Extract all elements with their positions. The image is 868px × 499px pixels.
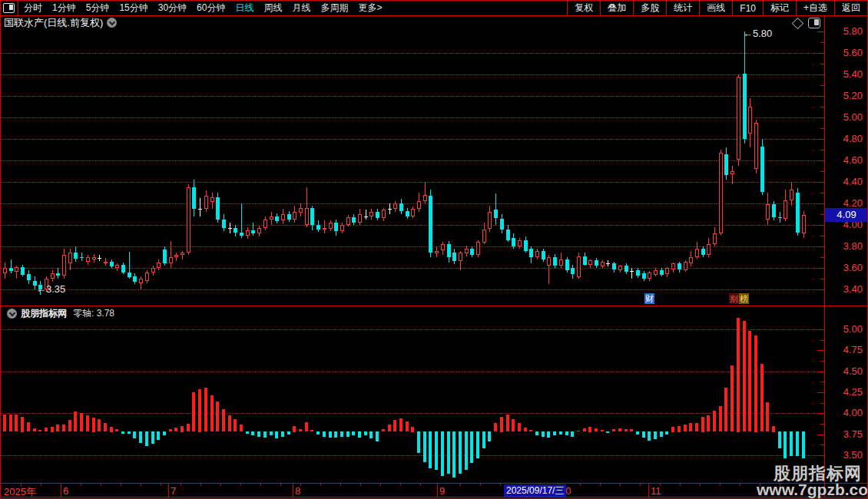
candle-wick xyxy=(94,254,94,263)
candle-wick xyxy=(141,276,141,289)
candle-body-up xyxy=(577,256,581,277)
candle-body-up xyxy=(169,257,173,263)
candle-wick xyxy=(46,276,47,292)
candle-wick xyxy=(631,268,632,279)
candle-wick xyxy=(336,220,336,236)
candle-body-up xyxy=(766,204,770,220)
chevron-down-icon[interactable] xyxy=(7,309,17,319)
histogram-bar xyxy=(352,431,355,435)
candle-wick xyxy=(484,223,485,244)
menubar-tab-0[interactable]: 分时 xyxy=(24,2,42,15)
candle-wick xyxy=(294,206,295,223)
toolbar-button-7[interactable]: +自选 xyxy=(796,1,834,15)
histogram-bar xyxy=(606,431,609,433)
candle-body-down xyxy=(796,193,800,233)
candle-body-up xyxy=(270,216,273,220)
histogram-bar xyxy=(329,431,332,438)
candle-wick xyxy=(389,203,390,214)
candle-wick xyxy=(35,276,35,289)
menubar-tab-1[interactable]: 1分钟 xyxy=(52,2,76,15)
toolbar-button-4[interactable]: 画线 xyxy=(699,1,732,15)
candle-body-up xyxy=(695,249,699,257)
app-window: 分时1分钟5分钟15分钟30分钟60分钟日线周线月线多周期更多> 复权叠加多股统… xyxy=(0,0,868,499)
menubar-tab-2[interactable]: 5分钟 xyxy=(86,2,110,15)
candle-wick xyxy=(70,249,71,270)
price-axis-label: 3.80 xyxy=(826,240,863,252)
timeaxis-month-label: 8 xyxy=(295,485,300,497)
candle-body-down xyxy=(636,270,640,276)
candle-wick xyxy=(271,212,272,225)
candle-wick xyxy=(513,233,514,249)
toolbar-button-0[interactable]: 复权 xyxy=(567,1,600,15)
menubar-tab-7[interactable]: 周线 xyxy=(263,2,282,15)
timeaxis-month-label: 6 xyxy=(63,485,68,497)
menubar-tab-9[interactable]: 多周期 xyxy=(320,2,348,15)
histogram-bar xyxy=(68,420,71,431)
candle-body-up xyxy=(346,217,350,225)
histogram-bar xyxy=(665,431,668,435)
toolbar-button-3[interactable]: 统计 xyxy=(666,1,699,15)
window-icon[interactable] xyxy=(3,3,15,13)
menubar-tab-3[interactable]: 15分钟 xyxy=(119,2,147,15)
candle-body-up xyxy=(257,228,261,233)
diamond-icon[interactable] xyxy=(792,17,804,29)
candle-body-down xyxy=(240,233,244,236)
candle-body-down xyxy=(778,217,782,218)
toolbar-button-6[interactable]: 标记 xyxy=(763,1,796,15)
menubar-tab-6[interactable]: 日线 xyxy=(235,2,253,15)
candle-body-up xyxy=(51,273,55,279)
chevron-down-icon[interactable] xyxy=(107,18,117,28)
histogram-bar xyxy=(228,415,231,431)
event-badge[interactable]: 别榜 xyxy=(729,293,749,304)
candle-body-down xyxy=(743,74,747,139)
histogram-bar xyxy=(766,402,769,431)
histogram-bar xyxy=(346,431,350,437)
candle-wick xyxy=(289,211,290,222)
indicator-axis-label: 4.75 xyxy=(826,344,863,355)
histogram-bar xyxy=(358,431,361,438)
menubar-tab-4[interactable]: 30分钟 xyxy=(158,2,187,15)
candle-body-up xyxy=(465,249,469,253)
histogram-bar xyxy=(660,431,663,437)
toolbar-button-2[interactable]: 多股 xyxy=(633,1,666,15)
toolbar-button-8[interactable]: 返回 xyxy=(834,1,867,15)
chart-stage: 5.805.605.405.205.004.804.604.404.204.00… xyxy=(1,1,868,499)
candle-wick xyxy=(366,210,366,220)
split-view-icon[interactable] xyxy=(808,18,820,28)
histogram-bar xyxy=(689,423,692,431)
candle-wick xyxy=(105,258,106,266)
candle-wick xyxy=(638,268,638,278)
toolbar-button-5[interactable]: F10 xyxy=(732,1,763,15)
candle-wick xyxy=(561,253,562,268)
histogram-bar xyxy=(234,419,237,431)
menubar-tab-10[interactable]: 更多> xyxy=(358,2,382,15)
candle-body-up xyxy=(713,233,717,244)
indicator-axis-tick xyxy=(817,455,824,456)
candle-wick xyxy=(478,240,479,257)
event-badge[interactable]: 财 xyxy=(644,293,654,304)
menubar-tab-5[interactable]: 60分钟 xyxy=(197,2,225,15)
histogram-bar xyxy=(27,422,30,431)
candle-wick xyxy=(230,223,230,233)
candle-body-down xyxy=(222,220,226,228)
price-axis-tick xyxy=(817,289,824,290)
price-axis-label: 5.40 xyxy=(826,68,863,80)
candle-wick xyxy=(401,199,402,214)
candle-body-up xyxy=(665,268,669,274)
price-axis-tick xyxy=(817,160,824,161)
timeaxis-month-tick xyxy=(558,483,558,497)
menubar-tab-8[interactable]: 月线 xyxy=(292,2,310,15)
candle-wick xyxy=(283,209,283,224)
candle-body-down xyxy=(760,147,764,192)
histogram-bar xyxy=(323,431,326,437)
candle-wick xyxy=(134,273,135,284)
candle-wick xyxy=(703,246,704,257)
candle-body-up xyxy=(382,210,386,218)
candle-wick xyxy=(16,266,17,279)
indicator-header: 股朋指标网 零轴: 3.78 xyxy=(3,307,114,320)
histogram-bar xyxy=(216,402,219,431)
histogram-bar xyxy=(38,430,41,431)
histogram-bar xyxy=(642,431,645,438)
toolbar-button-1[interactable]: 叠加 xyxy=(600,1,633,15)
candle-wick xyxy=(265,216,266,230)
